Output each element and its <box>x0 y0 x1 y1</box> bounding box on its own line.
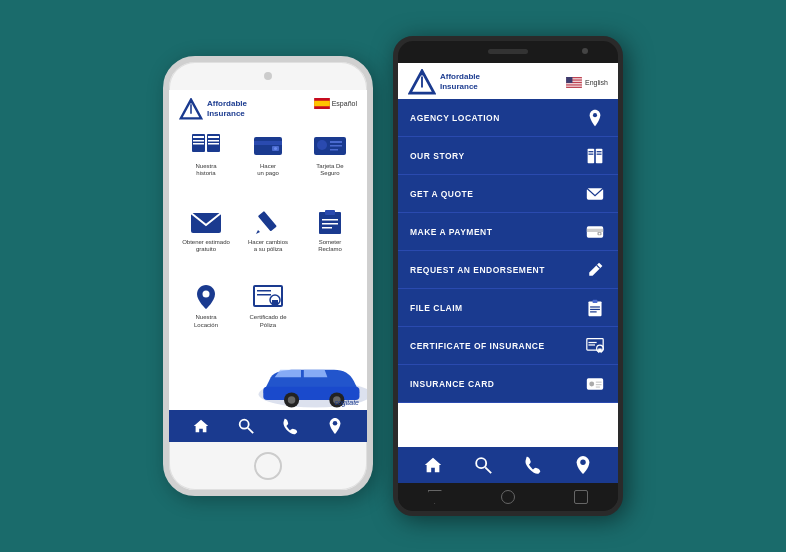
pencil-icon-android <box>584 259 606 281</box>
svg-rect-27 <box>322 219 338 221</box>
ios-header: Affordable Insurance Español <box>169 90 367 124</box>
android-nav-home[interactable] <box>422 454 444 476</box>
svg-rect-74 <box>588 341 596 342</box>
menu-item-pago[interactable]: Hacerun pago <box>239 128 297 200</box>
svg-point-16 <box>274 147 277 150</box>
svg-point-46 <box>420 72 424 76</box>
svg-point-18 <box>317 140 327 150</box>
ios-screen: Affordable Insurance Español <box>169 90 367 442</box>
svg-rect-60 <box>597 151 602 152</box>
android-nav-phone[interactable] <box>522 454 544 476</box>
svg-rect-54 <box>566 77 572 83</box>
svg-point-30 <box>203 291 210 298</box>
menu-label-certificate: CERTIFICATE OF INSURANCE <box>410 341 545 351</box>
flag-spain <box>314 98 330 109</box>
logo-icon <box>179 98 203 120</box>
certificate-icon-ios <box>250 283 286 311</box>
android-recent-btn[interactable] <box>574 490 588 504</box>
menu-label-historia: Nuestrahistoria <box>195 163 216 177</box>
nav-home[interactable] <box>191 416 211 436</box>
svg-rect-26 <box>325 210 335 215</box>
nav-phone[interactable] <box>280 416 300 436</box>
menu-label-endorsement: REQUEST AN ENDORSEMENT <box>410 265 545 275</box>
svg-rect-29 <box>322 227 332 229</box>
menu-item-locacion[interactable]: NuestraLocación <box>177 279 235 351</box>
svg-rect-56 <box>588 148 595 163</box>
menu-our-story[interactable]: OUR STORY <box>398 137 618 175</box>
menu-certificate[interactable]: CERTIFICATE OF INSURANCE <box>398 327 618 365</box>
envelope-icon <box>188 208 224 236</box>
svg-rect-53 <box>566 86 582 87</box>
card-icon <box>312 132 348 160</box>
menu-item-historia[interactable]: Nuestrahistoria <box>177 128 235 200</box>
envelope-icon-android <box>584 183 606 205</box>
svg-rect-33 <box>257 294 271 296</box>
svg-point-41 <box>239 420 248 429</box>
clipboard-icon-ios <box>312 208 348 236</box>
menu-item-estimado[interactable]: Obtener estimadogratuito <box>177 204 235 276</box>
svg-rect-28 <box>322 223 338 225</box>
svg-point-66 <box>599 232 601 234</box>
android-speaker <box>488 49 528 54</box>
android-nav-search[interactable] <box>472 454 494 476</box>
svg-point-78 <box>589 381 594 386</box>
menu-agency-location[interactable]: AGENCY LOCATION <box>398 99 618 137</box>
menu-file-claim[interactable]: FILE CLAIM <box>398 289 618 327</box>
menu-item-tarjeta[interactable]: Tarjeta DeSeguro <box>301 128 359 200</box>
pencil-icon <box>250 208 286 236</box>
ios-logo-text: Affordable Insurance <box>207 99 247 118</box>
android-nav-location[interactable] <box>572 454 594 476</box>
ios-home-button[interactable] <box>254 452 282 480</box>
menu-label-agency: AGENCY LOCATION <box>410 113 500 123</box>
ios-logo: Affordable Insurance <box>179 98 247 120</box>
ios-camera <box>264 72 272 80</box>
svg-point-82 <box>476 458 486 468</box>
svg-rect-8 <box>193 140 204 142</box>
android-back-btn[interactable] <box>428 490 442 504</box>
language-badge[interactable]: Español <box>314 98 357 109</box>
pin-icon-ios <box>188 283 224 311</box>
menu-item-reclamo[interactable]: SometerReclamo <box>301 204 359 276</box>
android-home-btn[interactable] <box>501 490 515 504</box>
menu-get-quote[interactable]: GET A QUOTE <box>398 175 618 213</box>
svg-rect-79 <box>596 381 602 382</box>
svg-rect-80 <box>596 384 602 385</box>
svg-rect-57 <box>596 148 603 163</box>
svg-rect-20 <box>330 145 342 147</box>
language-badge-android[interactable]: English <box>565 77 608 88</box>
android-phone: Affordable Insurance En <box>393 36 623 516</box>
id-card-icon-android <box>584 373 606 395</box>
android-logo: Affordable Insurance <box>408 69 480 95</box>
menu-label-quote: GET A QUOTE <box>410 189 473 199</box>
svg-rect-81 <box>596 386 600 387</box>
svg-rect-9 <box>193 143 204 145</box>
nav-location[interactable] <box>325 416 345 436</box>
cogitate-label: cogitate <box>334 399 359 406</box>
android-bottom-bar <box>398 483 618 511</box>
android-nav-bar <box>398 447 618 483</box>
menu-label-claim: FILE CLAIM <box>410 303 463 313</box>
svg-rect-7 <box>193 136 204 138</box>
menu-label-reclamo: SometerReclamo <box>318 239 342 253</box>
svg-point-2 <box>189 100 192 103</box>
menu-item-certificado[interactable]: Certificado dePóliza <box>239 279 297 351</box>
menu-insurance-card[interactable]: INSURANCE CARD <box>398 365 618 403</box>
menu-label-tarjeta: Tarjeta DeSeguro <box>316 163 343 177</box>
book-icon-android <box>584 145 606 167</box>
menu-endorsement[interactable]: REQUEST AN ENDORSEMENT <box>398 251 618 289</box>
menu-item-cambios[interactable]: Hacer cambiosa su póliza <box>239 204 297 276</box>
menu-label-payment: MAKE A PAYMENT <box>410 227 492 237</box>
menu-make-payment[interactable]: MAKE A PAYMENT <box>398 213 618 251</box>
svg-point-43 <box>333 421 338 426</box>
svg-rect-71 <box>590 308 600 309</box>
svg-line-42 <box>248 428 253 433</box>
android-header: Affordable Insurance En <box>398 63 618 99</box>
svg-rect-72 <box>590 311 597 312</box>
svg-point-38 <box>288 396 296 404</box>
svg-rect-10 <box>208 136 219 138</box>
menu-label-estimado: Obtener estimadogratuito <box>182 239 230 253</box>
nav-search[interactable] <box>236 416 256 436</box>
android-screen: Affordable Insurance En <box>398 63 618 483</box>
ios-nav-bar <box>169 410 367 442</box>
menu-label-locacion: NuestraLocación <box>194 314 218 328</box>
